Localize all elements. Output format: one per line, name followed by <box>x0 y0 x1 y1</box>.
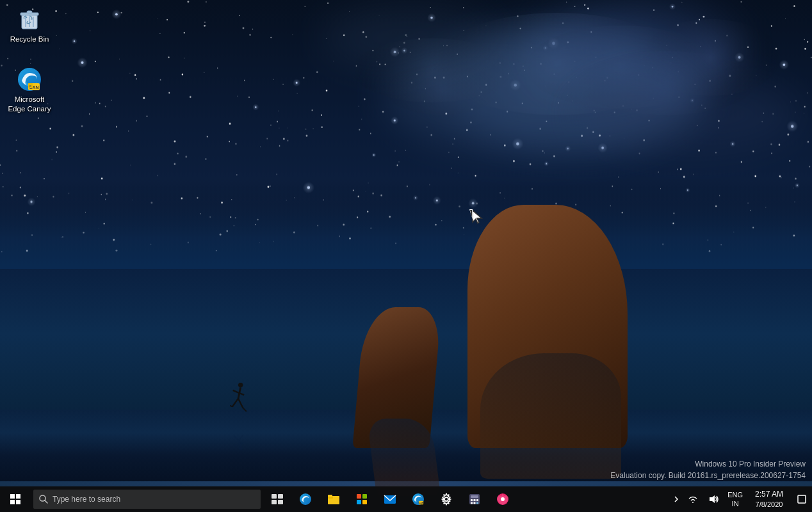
taskbar-file-explorer-button[interactable] <box>320 486 348 512</box>
volume-icon[interactable] <box>703 486 724 512</box>
svg-line-5 <box>238 399 243 408</box>
svg-rect-29 <box>278 494 283 499</box>
svg-rect-49 <box>476 499 478 501</box>
windows-logo <box>10 494 20 504</box>
edge-canary-label: Microsoft Edge Canary <box>6 95 53 114</box>
taskbar-mail-button[interactable] <box>376 486 404 512</box>
task-view-button[interactable] <box>263 486 291 512</box>
svg-point-32 <box>300 493 311 505</box>
svg-point-44 <box>444 497 448 501</box>
svg-rect-51 <box>474 502 476 504</box>
svg-rect-46 <box>471 495 478 498</box>
taskbar: Type here to search <box>0 486 812 512</box>
rock-reflection-right <box>480 353 621 479</box>
svg-rect-47 <box>471 499 473 501</box>
person-silhouette <box>229 382 247 417</box>
edge-canary-icon[interactable]: CAN e Microsoft Edge Canary <box>4 64 55 116</box>
svg-rect-38 <box>357 500 361 504</box>
clock-date: 7/8/2020 <box>756 500 783 509</box>
recycle-bin-icon[interactable]: Recycle Bin <box>4 4 55 47</box>
svg-rect-52 <box>476 502 478 504</box>
svg-line-6 <box>230 406 232 407</box>
svg-point-8 <box>239 447 243 450</box>
svg-line-12 <box>234 436 240 440</box>
svg-line-2 <box>233 390 238 393</box>
svg-line-10 <box>234 444 239 445</box>
taskbar-groove-button[interactable] <box>489 486 517 512</box>
cloud-5 <box>320 6 499 70</box>
language-code: ENG <box>727 490 743 499</box>
svg-rect-35 <box>328 495 332 497</box>
notification-center-button[interactable] <box>792 486 812 512</box>
win-logo-br <box>16 500 20 504</box>
taskbar-edge-canary-button[interactable]: CAN <box>404 486 432 512</box>
svg-rect-50 <box>471 502 473 504</box>
svg-line-7 <box>243 408 247 412</box>
language-region: IN <box>732 499 739 508</box>
recycle-bin-image <box>17 6 42 32</box>
taskbar-edge-button[interactable] <box>291 486 320 512</box>
taskbar-store-button[interactable] <box>348 486 376 512</box>
search-placeholder: Type here to search <box>53 495 120 504</box>
svg-marker-55 <box>710 495 715 503</box>
svg-rect-36 <box>357 494 361 499</box>
svg-rect-39 <box>362 500 367 504</box>
system-tray: ENG IN 2:57 AM 7/8/2020 <box>670 486 812 512</box>
svg-rect-31 <box>278 500 283 504</box>
tray-expand-button[interactable] <box>670 486 683 512</box>
start-button[interactable] <box>0 486 31 512</box>
taskbar-calculator-button[interactable] <box>460 486 489 512</box>
edge-canary-image: CAN e <box>17 67 42 92</box>
svg-rect-19 <box>27 11 32 13</box>
svg-rect-28 <box>272 494 277 499</box>
recycle-bin-label: Recycle Bin <box>10 35 49 44</box>
svg-line-27 <box>45 500 47 503</box>
svg-rect-37 <box>362 494 367 499</box>
win-logo-bl <box>10 500 15 504</box>
win-logo-tr <box>16 494 20 499</box>
clock[interactable]: 2:57 AM 7/8/2020 <box>747 486 792 512</box>
svg-line-13 <box>239 435 243 440</box>
svg-line-4 <box>232 399 238 407</box>
taskbar-settings-button[interactable] <box>432 486 460 512</box>
win-logo-tl <box>10 494 15 499</box>
svg-point-0 <box>238 383 243 387</box>
search-bar[interactable]: Type here to search <box>33 490 261 509</box>
cloud-4 <box>576 77 800 154</box>
search-icon <box>38 494 49 504</box>
clock-time: 2:57 AM <box>755 490 783 500</box>
svg-rect-56 <box>798 495 806 503</box>
person-reflection <box>231 430 247 451</box>
svg-rect-48 <box>474 499 476 501</box>
language-selector[interactable]: ENG IN <box>724 486 747 512</box>
network-icon[interactable] <box>683 486 703 512</box>
svg-text:CAN: CAN <box>419 502 424 504</box>
svg-rect-30 <box>272 500 277 504</box>
desktop: Windows 10 Pro Insider Preview Evaluatio… <box>0 0 812 512</box>
